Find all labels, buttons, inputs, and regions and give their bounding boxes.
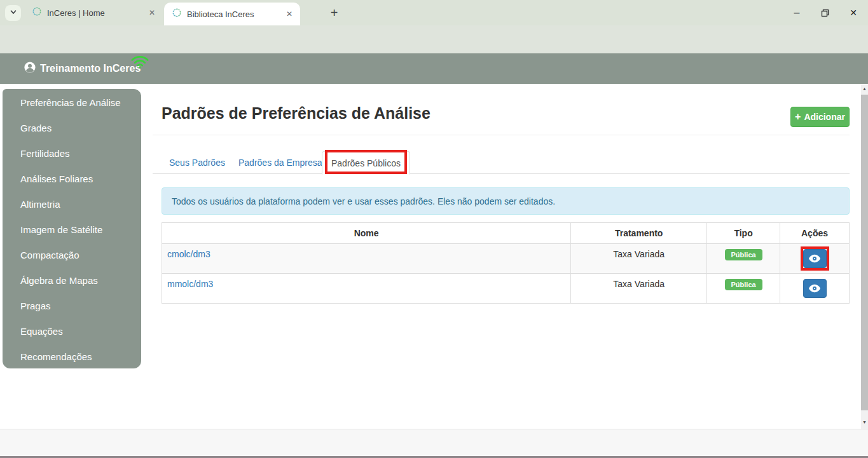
- account-name[interactable]: Treinamento InCeres: [40, 63, 141, 74]
- info-alert-text: Todos os usuários da plataforma podem ve…: [172, 196, 555, 206]
- title-divider: [153, 135, 850, 135]
- pattern-name-link[interactable]: cmolc/dm3: [167, 249, 210, 259]
- add-button[interactable]: + Adicionar: [790, 107, 850, 127]
- sidebar-item-preferencias-de-analise[interactable]: Preferências de Análise: [3, 90, 141, 116]
- red-annotation-box-eye-button: [803, 249, 827, 268]
- page-title: Padrões de Preferências de Análise: [162, 104, 431, 123]
- sidebar-item-analises-foliares[interactable]: Análises Foliares: [3, 166, 141, 192]
- chevron-down-icon: [9, 8, 18, 19]
- page-footer: [0, 429, 868, 456]
- tab-title: Biblioteca InCeres: [187, 10, 282, 19]
- treatment-cell: Taxa Variada: [571, 244, 707, 274]
- new-tab-button[interactable]: +: [326, 4, 343, 22]
- column-header-nome: Nome: [162, 223, 571, 244]
- sidebar-item-grades[interactable]: Grades: [3, 116, 141, 141]
- sidebar-item-altimetria[interactable]: Altimetria: [3, 192, 141, 217]
- table-header-row: Nome Tratamento Tipo Ações: [162, 223, 850, 244]
- pattern-name-link[interactable]: mmolc/dm3: [167, 279, 213, 289]
- add-button-label: Adicionar: [804, 112, 845, 122]
- sidebar-item-pragas[interactable]: Pragas: [3, 293, 141, 319]
- vertical-scrollbar[interactable]: ▲ ▼: [861, 84, 868, 429]
- browser-tabstrip: InCeres | Home ✕ Biblioteca InCeres ✕ + …: [0, 0, 868, 25]
- view-button[interactable]: [803, 249, 827, 268]
- browser-toolbar: biblioteca.inceres.com.br/#!/analysis-pr…: [0, 25, 868, 53]
- column-header-acoes: Ações: [780, 223, 850, 244]
- window-close-button[interactable]: ✕: [840, 0, 867, 25]
- patterns-table: Nome Tratamento Tipo Ações cmolc/dm3 Tax…: [162, 222, 850, 304]
- eye-icon: [808, 284, 821, 293]
- pattern-tabs: Seus Padrões Padrões da Empresa Padrões …: [153, 151, 850, 174]
- type-badge: Pública: [725, 279, 762, 290]
- treatment-cell: Taxa Variada: [571, 274, 707, 304]
- window-restore-button[interactable]: [811, 0, 838, 25]
- sidebar-item-fertilidades[interactable]: Fertilidades: [3, 141, 141, 166]
- info-alert: Todos os usuários da plataforma podem ve…: [162, 187, 850, 215]
- sidebar-item-recomendacoes[interactable]: Recomendações: [3, 344, 141, 370]
- table-row: mmolc/dm3 Taxa Variada Pública: [162, 274, 850, 304]
- type-badge: Pública: [725, 249, 762, 260]
- inceres-favicon-icon: [32, 6, 42, 19]
- tab-search-button[interactable]: [5, 5, 21, 21]
- sidebar-item-imagem-de-satelite[interactable]: Imagem de Satélite: [3, 217, 141, 243]
- sidebar-item-algebra-de-mapas[interactable]: Álgebra de Mapas: [3, 268, 141, 293]
- tab-padroes-publicos[interactable]: Padrões Públicos: [322, 151, 410, 175]
- tab-close-icon[interactable]: ✕: [282, 8, 296, 20]
- sidebar-item-compactacao[interactable]: Compactação: [3, 243, 141, 268]
- tab-title: InCeres | Home: [47, 8, 145, 18]
- sidebar-item-equacoes[interactable]: Equações: [3, 319, 141, 344]
- plus-icon: +: [795, 112, 801, 122]
- eye-icon: [808, 254, 821, 263]
- tab-close-icon[interactable]: ✕: [145, 7, 159, 18]
- inceres-favicon-icon: [172, 8, 182, 20]
- table-row: cmolc/dm3 Taxa Variada Pública: [162, 244, 850, 274]
- tab-padroes-da-empresa[interactable]: Padrões da Empresa: [238, 151, 322, 174]
- sidebar: Preferências de Análise Grades Fertilida…: [3, 89, 141, 368]
- tab-seus-padroes[interactable]: Seus Padrões: [169, 151, 225, 174]
- view-button[interactable]: [803, 279, 827, 298]
- scrollbar-down-icon[interactable]: ▼: [861, 420, 868, 424]
- tab-inceres-home[interactable]: InCeres | Home ✕: [24, 0, 163, 25]
- restore-icon: [820, 8, 830, 18]
- column-header-tipo: Tipo: [707, 223, 780, 244]
- tab-biblioteca-inceres[interactable]: Biblioteca InCeres ✕: [164, 3, 300, 25]
- wifi-icon: [130, 55, 149, 71]
- column-header-tratamento: Tratamento: [571, 223, 707, 244]
- window-minimize-button[interactable]: –: [783, 0, 810, 25]
- user-icon: [24, 62, 36, 76]
- scrollbar-thumb[interactable]: [861, 95, 868, 410]
- scrollbar-up-icon[interactable]: ▲: [861, 86, 868, 91]
